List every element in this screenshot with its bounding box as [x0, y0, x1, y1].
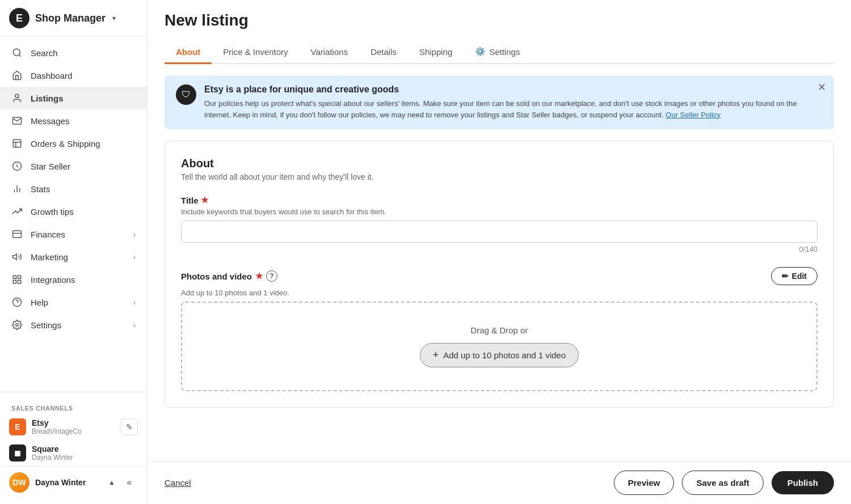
svg-rect-10 [13, 231, 22, 238]
sidebar-item-marketing[interactable]: Marketing › [0, 245, 147, 268]
marketing-icon [11, 251, 23, 262]
tab-details[interactable]: Details [359, 41, 408, 64]
star-seller-icon [11, 160, 23, 172]
tab-settings[interactable]: ⚙️ Settings [464, 41, 531, 64]
svg-rect-15 [13, 281, 16, 283]
banner-title: Etsy is a place for unique and creative … [204, 84, 823, 95]
help-arrow: › [133, 298, 136, 307]
title-required-star: ★ [201, 195, 208, 205]
user-chevron-icon: ▲ [108, 478, 115, 486]
title-field-label: Title ★ [181, 195, 818, 205]
title-field-hint: Include keywords that buyers would use t… [181, 207, 818, 216]
photos-label: Photos and video ★ ? [181, 270, 277, 282]
pencil-icon: ✏ [782, 272, 789, 281]
messages-icon [11, 115, 23, 126]
tab-price-inventory[interactable]: Price & Inventory [212, 41, 299, 64]
sales-channels-label: SALES CHANNELS [0, 398, 147, 414]
drag-drop-label: Drag & Drop or [193, 325, 805, 335]
search-icon [11, 47, 23, 58]
help-icon [11, 297, 23, 308]
page-title: New listing [165, 11, 834, 29]
main-footer: Cancel Preview Save as draft Publish [148, 461, 851, 504]
sidebar-item-search[interactable]: Search [0, 41, 147, 64]
sidebar-item-messages[interactable]: Messages [0, 109, 147, 132]
svg-rect-14 [18, 276, 21, 278]
banner-close-button[interactable]: ✕ [818, 82, 826, 92]
plus-icon: + [433, 349, 439, 361]
cancel-button[interactable]: Cancel [165, 473, 191, 492]
photos-required-star: ★ [255, 271, 263, 281]
banner-shield-icon: 🛡 [176, 84, 196, 105]
sidebar-nav: Search Dashboard Listings Messages [0, 37, 147, 392]
sidebar-footer: SALES CHANNELS E Etsy BreadVintageCo ✎ ■… [0, 392, 147, 504]
svg-line-1 [19, 54, 20, 56]
publish-button[interactable]: Publish [772, 471, 834, 494]
title-char-count: 0/140 [181, 245, 818, 253]
add-media-button[interactable]: + Add up to 10 photos and 1 video [420, 343, 579, 367]
footer-right-actions: Preview Save as draft Publish [614, 471, 834, 495]
about-card-subtitle: Tell the world all about your item and w… [181, 172, 818, 181]
settings-gear-icon: ⚙️ [475, 46, 486, 57]
banner-text: Our policies help us protect what's spec… [204, 98, 823, 120]
preview-button[interactable]: Preview [614, 471, 675, 495]
sidebar-item-star-seller[interactable]: Star Seller [0, 155, 147, 177]
sidebar-item-growth-tips[interactable]: Growth tips [0, 200, 147, 223]
sidebar-item-integrations[interactable]: Integrations [0, 268, 147, 291]
main-content: New listing About Price & Inventory Vari… [148, 0, 851, 504]
etsy-channel-info: Etsy BreadVintageCo [32, 418, 115, 435]
tabs: About Price & Inventory Variations Detai… [165, 41, 834, 64]
settings-arrow: › [133, 321, 136, 329]
finances-arrow: › [133, 230, 136, 239]
main-header: New listing About Price & Inventory Vari… [148, 0, 851, 64]
sidebar: E Shop Manager ▾ Search Dashboard Listin… [0, 0, 148, 504]
tab-variations[interactable]: Variations [300, 41, 360, 64]
growth-tips-icon [11, 206, 23, 217]
etsy-channel-icon: E [9, 418, 26, 435]
stats-icon [11, 183, 23, 194]
save-draft-button[interactable]: Save as draft [682, 471, 763, 495]
svg-point-2 [15, 94, 19, 98]
svg-rect-13 [13, 276, 16, 278]
sidebar-item-settings[interactable]: Settings › [0, 314, 147, 336]
info-banner: 🛡 Etsy is a place for unique and creativ… [165, 75, 834, 129]
square-channel-info: Square Dayna Winter [32, 444, 138, 461]
listings-icon [11, 92, 23, 104]
settings-icon [11, 319, 23, 331]
svg-marker-12 [13, 254, 17, 260]
title-input[interactable] [181, 221, 818, 243]
square-channel-icon: ■ [9, 444, 26, 461]
svg-rect-16 [18, 281, 21, 283]
sidebar-item-dashboard[interactable]: Dashboard [0, 64, 147, 87]
marketing-arrow: › [133, 253, 136, 261]
tab-shipping[interactable]: Shipping [408, 41, 464, 64]
orders-icon [11, 138, 23, 149]
shop-manager-logo: E [9, 8, 30, 28]
tab-about[interactable]: About [165, 41, 212, 64]
shop-manager-title: Shop Manager [35, 12, 106, 24]
seller-policy-link[interactable]: Our Seller Policy [665, 111, 721, 119]
sidebar-item-orders[interactable]: Orders & Shipping [0, 132, 147, 155]
etsy-channel-edit[interactable]: ✎ [121, 418, 138, 435]
sidebar-item-stats[interactable]: Stats [0, 177, 147, 200]
about-card-title: About [181, 157, 818, 170]
sidebar-item-help[interactable]: Help › [0, 291, 147, 314]
home-icon [11, 70, 23, 81]
channel-etsy[interactable]: E Etsy BreadVintageCo ✎ [0, 414, 147, 440]
channel-square[interactable]: ■ Square Dayna Winter [0, 440, 147, 466]
main-scroll-area: 🛡 Etsy is a place for unique and creativ… [148, 64, 851, 461]
sidebar-collapse-button[interactable]: « [121, 474, 138, 491]
photos-header: Photos and video ★ ? ✏ Edit [181, 267, 818, 285]
drop-zone[interactable]: Drag & Drop or + Add up to 10 photos and… [181, 302, 818, 391]
svg-point-19 [16, 324, 19, 327]
sidebar-item-finances[interactable]: Finances › [0, 223, 147, 245]
photos-help-icon[interactable]: ? [266, 270, 277, 282]
shop-manager-chevron: ▾ [112, 14, 116, 22]
finances-icon [11, 228, 23, 240]
sidebar-user[interactable]: DW Dayna Winter ▲ « [0, 466, 147, 498]
sidebar-item-listings[interactable]: Listings [0, 87, 147, 109]
about-card: About Tell the world all about your item… [165, 141, 834, 408]
sidebar-header[interactable]: E Shop Manager ▾ [0, 0, 147, 37]
user-avatar: DW [9, 472, 30, 493]
photos-edit-button[interactable]: ✏ Edit [771, 267, 818, 285]
banner-content: Etsy is a place for unique and creative … [204, 84, 823, 120]
